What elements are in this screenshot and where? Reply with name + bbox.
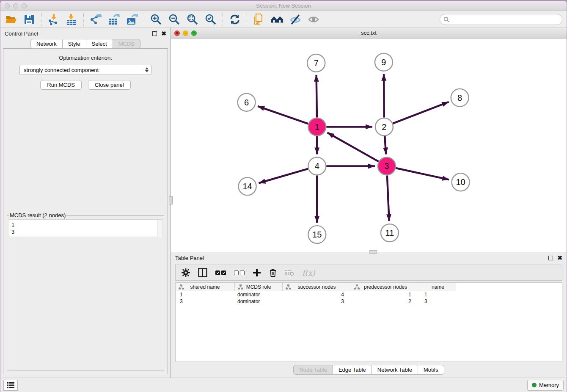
- svg-text:15: 15: [312, 230, 322, 239]
- export-table-icon[interactable]: [107, 13, 120, 26]
- tab-network[interactable]: Network: [30, 39, 63, 49]
- network-canvas[interactable]: 1234678910111415: [171, 39, 567, 252]
- column-header-mcds-role[interactable]: MCDS role: [235, 283, 283, 291]
- run-mcds-button[interactable]: Run MCDS: [40, 80, 82, 90]
- svg-text:8: 8: [457, 93, 462, 102]
- close-panel-icon[interactable]: ✖: [161, 30, 166, 36]
- export-image-icon[interactable]: [126, 13, 138, 26]
- cell-name[interactable]: 1: [420, 291, 456, 298]
- search-input[interactable]: [451, 16, 559, 22]
- network-zoom-button[interactable]: +: [191, 30, 197, 36]
- cell-predecessor-nodes[interactable]: 2: [351, 298, 420, 305]
- graph-node-15[interactable]: 15: [308, 226, 326, 243]
- toolbar-separator: [41, 13, 41, 26]
- memory-button[interactable]: Memory: [527, 380, 564, 391]
- column-header-name[interactable]: name: [420, 283, 456, 291]
- hide-selected-icon[interactable]: [289, 13, 302, 26]
- import-network-icon[interactable]: [47, 13, 60, 26]
- horizontal-splitter-handle[interactable]: [369, 250, 377, 254]
- tab-edge-table[interactable]: Edge Table: [333, 365, 372, 375]
- zoom-selected-icon[interactable]: [204, 13, 217, 26]
- show-columns-icon[interactable]: [198, 268, 207, 277]
- copy-style-icon[interactable]: [253, 13, 265, 26]
- toolbar-separator: [247, 13, 247, 26]
- network-close-button[interactable]: ✕: [174, 30, 180, 36]
- minimize-window-button[interactable]: [13, 3, 18, 8]
- open-session-icon[interactable]: [5, 13, 17, 26]
- float-panel-icon[interactable]: [152, 31, 157, 36]
- tab-node-table[interactable]: Node Table: [293, 365, 333, 375]
- cell-shared-name[interactable]: 1: [176, 291, 235, 298]
- create-column-icon[interactable]: [253, 268, 261, 277]
- zoom-out-icon[interactable]: [168, 13, 181, 26]
- tab-motifs[interactable]: Motifs: [418, 365, 444, 375]
- network-graph[interactable]: 1234678910111415: [171, 39, 567, 252]
- control-panel-tabs: Network Style Select MCDS: [0, 39, 171, 49]
- search-field[interactable]: [440, 14, 562, 25]
- network-minimize-button[interactable]: −: [183, 30, 188, 36]
- first-neighbors-icon[interactable]: [271, 13, 284, 26]
- close-table-panel-icon[interactable]: ✖: [557, 255, 562, 261]
- delete-column-icon[interactable]: [269, 268, 277, 277]
- graph-node-9[interactable]: 9: [375, 53, 393, 71]
- graph-node-6[interactable]: 6: [238, 94, 256, 111]
- graph-node-3[interactable]: 3: [378, 157, 396, 175]
- column-header-shared-name[interactable]: shared name: [176, 283, 235, 291]
- graph-node-1[interactable]: 1: [308, 118, 326, 136]
- main-toolbar: [0, 11, 567, 28]
- zoom-fit-icon[interactable]: [186, 13, 199, 26]
- unselect-all-columns-icon[interactable]: [234, 271, 245, 275]
- cell-successor-nodes[interactable]: 4: [283, 291, 351, 298]
- graph-node-14[interactable]: 14: [239, 177, 256, 195]
- graph-node-8[interactable]: 8: [451, 89, 469, 107]
- tab-style[interactable]: Style: [63, 39, 86, 49]
- svg-text:7: 7: [314, 58, 319, 68]
- graph-node-11[interactable]: 11: [381, 224, 399, 242]
- tab-select[interactable]: Select: [86, 39, 113, 49]
- column-header-predecessor-nodes[interactable]: predecessor nodes: [351, 283, 420, 291]
- zoom-in-icon[interactable]: [150, 13, 162, 26]
- network-window-titlebar[interactable]: ✕ − + scc.txt: [171, 28, 567, 39]
- maximize-window-button[interactable]: [22, 3, 27, 8]
- cell-name[interactable]: 3: [420, 298, 456, 305]
- graph-node-2[interactable]: 2: [375, 118, 393, 136]
- mcds-result-list[interactable]: 1 3: [8, 219, 163, 237]
- table-settings-gear-icon[interactable]: [182, 268, 190, 277]
- vertical-splitter-handle[interactable]: [169, 196, 173, 204]
- save-session-icon[interactable]: [23, 13, 36, 26]
- cell-mcds-role[interactable]: dominator: [235, 291, 283, 298]
- cell-successor-nodes[interactable]: 3: [283, 298, 351, 305]
- table-row[interactable]: 3 dominator 3 2 3: [176, 298, 562, 305]
- app-window: Session: New Session: [0, 1, 567, 392]
- close-window-button[interactable]: [5, 3, 10, 8]
- svg-text:3: 3: [384, 161, 389, 171]
- mcds-result-group: MCDS result (2 nodes) 1 3: [7, 212, 164, 370]
- show-all-icon[interactable]: [307, 13, 320, 26]
- graph-edge-2-3: [385, 136, 386, 154]
- import-table-icon[interactable]: [65, 13, 78, 26]
- tab-network-table[interactable]: Network Table: [372, 365, 418, 375]
- cell-mcds-role[interactable]: dominator: [235, 298, 283, 305]
- table-row[interactable]: 1 dominator 4 1 1: [176, 291, 562, 298]
- mcds-panel-body: Optimization criterion: strongly connect…: [3, 48, 168, 374]
- table-toolbar: f(x): [175, 265, 562, 281]
- graph-node-7[interactable]: 7: [307, 54, 325, 72]
- result-scrollbar[interactable]: [157, 220, 162, 236]
- graph-node-10[interactable]: 10: [452, 173, 470, 191]
- export-network-icon[interactable]: [89, 13, 102, 26]
- graph-node-4[interactable]: 4: [308, 157, 326, 175]
- status-bar: Memory: [0, 378, 567, 392]
- window-controls: [5, 3, 27, 8]
- hierarchy-icon: [179, 284, 184, 290]
- tab-mcds[interactable]: MCDS: [113, 39, 140, 49]
- float-table-panel-icon[interactable]: [548, 256, 553, 260]
- close-panel-button[interactable]: Close panel: [88, 80, 131, 90]
- column-header-successor-nodes[interactable]: successor nodes: [283, 283, 351, 291]
- cell-predecessor-nodes[interactable]: 1: [351, 291, 420, 298]
- task-history-button[interactable]: [3, 380, 18, 391]
- refresh-layout-icon[interactable]: [228, 13, 241, 26]
- optimization-criterion-select[interactable]: strongly connected component: [19, 65, 151, 75]
- window-titlebar[interactable]: Session: New Session: [0, 1, 567, 11]
- select-all-columns-icon[interactable]: [215, 271, 226, 275]
- cell-shared-name[interactable]: 3: [176, 298, 235, 305]
